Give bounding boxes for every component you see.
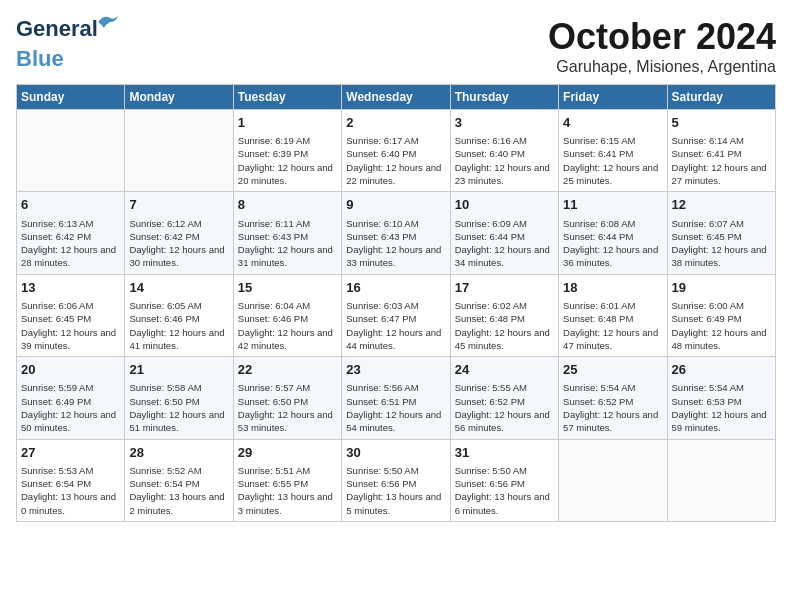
- day-number: 19: [672, 279, 771, 297]
- day-info: Sunrise: 5:59 AM Sunset: 6:49 PM Dayligh…: [21, 381, 120, 434]
- day-info: Sunrise: 5:57 AM Sunset: 6:50 PM Dayligh…: [238, 381, 337, 434]
- calendar-header-row: Sunday Monday Tuesday Wednesday Thursday…: [17, 85, 776, 110]
- table-row: 5Sunrise: 6:14 AM Sunset: 6:41 PM Daylig…: [667, 110, 775, 192]
- table-row: 29Sunrise: 5:51 AM Sunset: 6:55 PM Dayli…: [233, 439, 341, 521]
- day-info: Sunrise: 6:05 AM Sunset: 6:46 PM Dayligh…: [129, 299, 228, 352]
- day-info: Sunrise: 6:11 AM Sunset: 6:43 PM Dayligh…: [238, 217, 337, 270]
- table-row: 30Sunrise: 5:50 AM Sunset: 6:56 PM Dayli…: [342, 439, 450, 521]
- table-row: 11Sunrise: 6:08 AM Sunset: 6:44 PM Dayli…: [559, 192, 667, 274]
- table-row: 25Sunrise: 5:54 AM Sunset: 6:52 PM Dayli…: [559, 357, 667, 439]
- day-info: Sunrise: 5:51 AM Sunset: 6:55 PM Dayligh…: [238, 464, 337, 517]
- calendar-week-row: 13Sunrise: 6:06 AM Sunset: 6:45 PM Dayli…: [17, 274, 776, 356]
- day-info: Sunrise: 6:14 AM Sunset: 6:41 PM Dayligh…: [672, 134, 771, 187]
- table-row: 20Sunrise: 5:59 AM Sunset: 6:49 PM Dayli…: [17, 357, 125, 439]
- header-tuesday: Tuesday: [233, 85, 341, 110]
- day-number: 14: [129, 279, 228, 297]
- day-number: 24: [455, 361, 554, 379]
- day-info: Sunrise: 6:12 AM Sunset: 6:42 PM Dayligh…: [129, 217, 228, 270]
- month-title: October 2024: [548, 16, 776, 58]
- day-number: 9: [346, 196, 445, 214]
- day-info: Sunrise: 5:50 AM Sunset: 6:56 PM Dayligh…: [346, 464, 445, 517]
- table-row: 9Sunrise: 6:10 AM Sunset: 6:43 PM Daylig…: [342, 192, 450, 274]
- day-number: 5: [672, 114, 771, 132]
- table-row: 14Sunrise: 6:05 AM Sunset: 6:46 PM Dayli…: [125, 274, 233, 356]
- day-number: 29: [238, 444, 337, 462]
- day-info: Sunrise: 6:16 AM Sunset: 6:40 PM Dayligh…: [455, 134, 554, 187]
- day-number: 16: [346, 279, 445, 297]
- table-row: 4Sunrise: 6:15 AM Sunset: 6:41 PM Daylig…: [559, 110, 667, 192]
- calendar-week-row: 20Sunrise: 5:59 AM Sunset: 6:49 PM Dayli…: [17, 357, 776, 439]
- title-area: October 2024 Garuhape, Misiones, Argenti…: [548, 16, 776, 76]
- table-row: 23Sunrise: 5:56 AM Sunset: 6:51 PM Dayli…: [342, 357, 450, 439]
- day-info: Sunrise: 6:19 AM Sunset: 6:39 PM Dayligh…: [238, 134, 337, 187]
- day-info: Sunrise: 5:54 AM Sunset: 6:53 PM Dayligh…: [672, 381, 771, 434]
- table-row: [125, 110, 233, 192]
- header-wednesday: Wednesday: [342, 85, 450, 110]
- day-number: 25: [563, 361, 662, 379]
- calendar-week-row: 1Sunrise: 6:19 AM Sunset: 6:39 PM Daylig…: [17, 110, 776, 192]
- day-number: 15: [238, 279, 337, 297]
- table-row: 21Sunrise: 5:58 AM Sunset: 6:50 PM Dayli…: [125, 357, 233, 439]
- table-row: 19Sunrise: 6:00 AM Sunset: 6:49 PM Dayli…: [667, 274, 775, 356]
- table-row: 7Sunrise: 6:12 AM Sunset: 6:42 PM Daylig…: [125, 192, 233, 274]
- day-info: Sunrise: 6:03 AM Sunset: 6:47 PM Dayligh…: [346, 299, 445, 352]
- day-info: Sunrise: 6:17 AM Sunset: 6:40 PM Dayligh…: [346, 134, 445, 187]
- day-number: 10: [455, 196, 554, 214]
- table-row: 26Sunrise: 5:54 AM Sunset: 6:53 PM Dayli…: [667, 357, 775, 439]
- calendar-table: Sunday Monday Tuesday Wednesday Thursday…: [16, 84, 776, 522]
- table-row: 15Sunrise: 6:04 AM Sunset: 6:46 PM Dayli…: [233, 274, 341, 356]
- day-number: 13: [21, 279, 120, 297]
- day-info: Sunrise: 5:56 AM Sunset: 6:51 PM Dayligh…: [346, 381, 445, 434]
- table-row: 10Sunrise: 6:09 AM Sunset: 6:44 PM Dayli…: [450, 192, 558, 274]
- day-info: Sunrise: 6:00 AM Sunset: 6:49 PM Dayligh…: [672, 299, 771, 352]
- day-number: 12: [672, 196, 771, 214]
- day-info: Sunrise: 5:53 AM Sunset: 6:54 PM Dayligh…: [21, 464, 120, 517]
- table-row: 24Sunrise: 5:55 AM Sunset: 6:52 PM Dayli…: [450, 357, 558, 439]
- table-row: 1Sunrise: 6:19 AM Sunset: 6:39 PM Daylig…: [233, 110, 341, 192]
- day-number: 2: [346, 114, 445, 132]
- header-monday: Monday: [125, 85, 233, 110]
- logo: General Blue: [16, 16, 98, 72]
- header-saturday: Saturday: [667, 85, 775, 110]
- day-number: 26: [672, 361, 771, 379]
- table-row: 31Sunrise: 5:50 AM Sunset: 6:56 PM Dayli…: [450, 439, 558, 521]
- page-header: General Blue October 2024 Garuhape, Misi…: [16, 16, 776, 76]
- table-row: [17, 110, 125, 192]
- day-info: Sunrise: 6:02 AM Sunset: 6:48 PM Dayligh…: [455, 299, 554, 352]
- table-row: 6Sunrise: 6:13 AM Sunset: 6:42 PM Daylig…: [17, 192, 125, 274]
- header-friday: Friday: [559, 85, 667, 110]
- table-row: 18Sunrise: 6:01 AM Sunset: 6:48 PM Dayli…: [559, 274, 667, 356]
- day-number: 31: [455, 444, 554, 462]
- day-number: 21: [129, 361, 228, 379]
- day-info: Sunrise: 6:01 AM Sunset: 6:48 PM Dayligh…: [563, 299, 662, 352]
- header-thursday: Thursday: [450, 85, 558, 110]
- day-number: 1: [238, 114, 337, 132]
- day-number: 8: [238, 196, 337, 214]
- day-info: Sunrise: 5:52 AM Sunset: 6:54 PM Dayligh…: [129, 464, 228, 517]
- day-number: 22: [238, 361, 337, 379]
- day-number: 4: [563, 114, 662, 132]
- day-number: 20: [21, 361, 120, 379]
- table-row: 8Sunrise: 6:11 AM Sunset: 6:43 PM Daylig…: [233, 192, 341, 274]
- table-row: 12Sunrise: 6:07 AM Sunset: 6:45 PM Dayli…: [667, 192, 775, 274]
- table-row: 22Sunrise: 5:57 AM Sunset: 6:50 PM Dayli…: [233, 357, 341, 439]
- day-info: Sunrise: 6:07 AM Sunset: 6:45 PM Dayligh…: [672, 217, 771, 270]
- day-info: Sunrise: 6:10 AM Sunset: 6:43 PM Dayligh…: [346, 217, 445, 270]
- logo-text-blue: Blue: [16, 46, 64, 71]
- day-number: 17: [455, 279, 554, 297]
- table-row: [667, 439, 775, 521]
- table-row: 28Sunrise: 5:52 AM Sunset: 6:54 PM Dayli…: [125, 439, 233, 521]
- day-info: Sunrise: 5:58 AM Sunset: 6:50 PM Dayligh…: [129, 381, 228, 434]
- day-info: Sunrise: 6:09 AM Sunset: 6:44 PM Dayligh…: [455, 217, 554, 270]
- day-number: 7: [129, 196, 228, 214]
- table-row: 27Sunrise: 5:53 AM Sunset: 6:54 PM Dayli…: [17, 439, 125, 521]
- day-number: 30: [346, 444, 445, 462]
- day-info: Sunrise: 5:50 AM Sunset: 6:56 PM Dayligh…: [455, 464, 554, 517]
- day-info: Sunrise: 6:15 AM Sunset: 6:41 PM Dayligh…: [563, 134, 662, 187]
- logo-text-general: General: [16, 16, 98, 41]
- calendar-week-row: 6Sunrise: 6:13 AM Sunset: 6:42 PM Daylig…: [17, 192, 776, 274]
- table-row: [559, 439, 667, 521]
- day-info: Sunrise: 5:54 AM Sunset: 6:52 PM Dayligh…: [563, 381, 662, 434]
- table-row: 13Sunrise: 6:06 AM Sunset: 6:45 PM Dayli…: [17, 274, 125, 356]
- day-info: Sunrise: 6:04 AM Sunset: 6:46 PM Dayligh…: [238, 299, 337, 352]
